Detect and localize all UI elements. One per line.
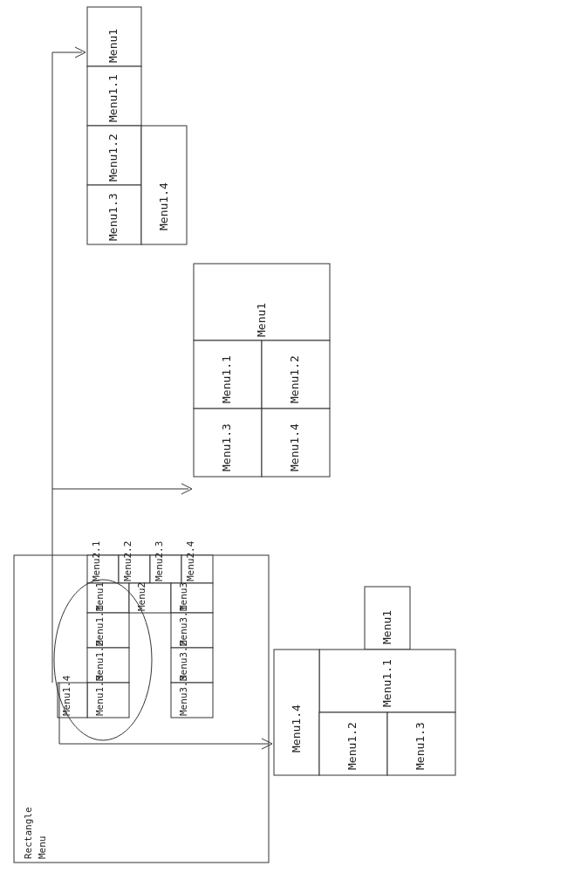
svg-text:Menu1.4: Menu1.4 [61, 675, 72, 716]
src-menu3-children: Menu3.1 Menu3.2 Menu3.3 [171, 606, 213, 718]
src-row2: Menu1 Menu2 Menu3 [87, 582, 213, 613]
svg-text:Menu1.2: Menu1.2 [345, 722, 359, 770]
svg-text:Menu1.1: Menu1.1 [380, 659, 393, 707]
svg-text:Menu1.1: Menu1.1 [94, 606, 106, 646]
svg-text:Menu1.4: Menu1.4 [157, 182, 170, 230]
svg-text:Menu2.4: Menu2.4 [185, 540, 196, 581]
panel-b: Menu1 Menu1.1 Menu1.2 Menu1.3 Menu1.4 [194, 264, 330, 477]
svg-text:Menu1.2: Menu1.2 [106, 134, 120, 182]
svg-text:Menu1.2: Menu1.2 [288, 355, 301, 403]
svg-text:Menu3.3: Menu3.3 [178, 676, 189, 716]
svg-text:Menu1: Menu1 [380, 610, 393, 644]
svg-text:Menu2.2: Menu2.2 [122, 541, 133, 581]
svg-text:Menu1: Menu1 [255, 303, 268, 337]
title-line2: Menu [37, 836, 48, 860]
svg-text:Menu1.4: Menu1.4 [288, 423, 301, 471]
svg-text:Menu1.4: Menu1.4 [290, 705, 303, 753]
svg-text:Menu1.3: Menu1.3 [220, 423, 233, 471]
svg-text:Menu1: Menu1 [106, 29, 120, 63]
svg-text:Menu2.1: Menu2.1 [91, 541, 102, 581]
svg-text:Menu2.3: Menu2.3 [154, 541, 165, 581]
src-row1: Menu2.1 Menu2.2 Menu2.3 Menu2.4 [87, 540, 213, 583]
svg-text:Menu1.3: Menu1.3 [414, 722, 427, 770]
svg-text:Menu1.3: Menu1.3 [106, 193, 120, 241]
svg-text:Menu1.1: Menu1.1 [106, 74, 120, 122]
svg-text:Menu2: Menu2 [136, 582, 147, 611]
title-line1: Rectangle [23, 807, 34, 859]
svg-text:Menu1.2: Menu1.2 [94, 641, 106, 681]
svg-text:Menu3.2: Menu3.2 [178, 641, 189, 681]
panel-a: Menu1 Menu1.1 Menu1.4 Menu1.2 Menu1.3 [274, 587, 455, 775]
panel-c: Menu1 Menu1.1 Menu1.2 Menu1.3 Menu1.4 [87, 7, 187, 244]
svg-text:Menu3.1: Menu3.1 [178, 606, 189, 646]
svg-text:Menu1.1: Menu1.1 [220, 355, 233, 403]
svg-text:Menu1.3: Menu1.3 [94, 676, 106, 716]
